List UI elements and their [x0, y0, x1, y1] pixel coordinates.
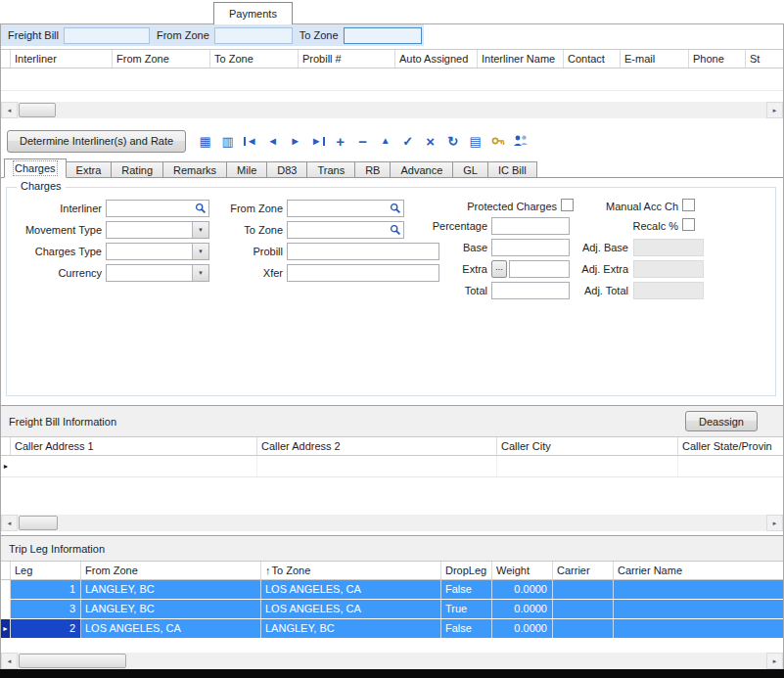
column-header-dropleg[interactable]: DropLeg: [441, 562, 492, 579]
column-header-caller-address-1[interactable]: Caller Address 1: [11, 437, 257, 455]
charges-type-label: Charges Type: [14, 245, 102, 258]
column-header-caller-state[interactable]: Caller State/Provin: [678, 437, 783, 455]
column-header-weight[interactable]: Weight: [492, 562, 553, 579]
key-icon[interactable]: [487, 131, 508, 151]
column-header-interliner-name[interactable]: Interliner Name: [478, 50, 564, 68]
adj-base-label: Adj. Base: [540, 241, 628, 254]
scroll-left-button[interactable]: ◄: [1, 515, 18, 531]
column-header-interliner[interactable]: Interliner: [11, 50, 113, 68]
tab-rating[interactable]: Rating: [111, 161, 162, 178]
ledger-icon[interactable]: ▤: [465, 131, 485, 151]
recalc-checkbox[interactable]: [682, 218, 695, 231]
trip-grid-hscrollbar: ◄ ►: [1, 653, 783, 669]
tab-advance[interactable]: Advance: [390, 161, 452, 178]
column-header-probill[interactable]: Probill #: [299, 50, 395, 68]
extra-ellipsis-button[interactable]: ...: [491, 260, 507, 278]
calculator-icon[interactable]: ▦: [195, 131, 215, 151]
trip-leg-row[interactable]: 3 LANGLEY, BC LOS ANGELES, CA True 0.000…: [1, 600, 783, 619]
freight-grid-hscrollbar: ◄ ►: [1, 515, 783, 531]
column-header-contact[interactable]: Contact: [564, 50, 621, 68]
toolbar: Determine Interliner(s) and Rate ▦ ▥ ◄ ◄…: [1, 126, 783, 156]
column-header-phone[interactable]: Phone: [689, 50, 746, 68]
freight-bill-row[interactable]: ►: [1, 456, 783, 477]
refresh-icon[interactable]: ↻: [442, 131, 463, 151]
column-header-email[interactable]: E-mail: [621, 50, 689, 68]
tab-rb[interactable]: RB: [354, 161, 390, 178]
contacts-icon[interactable]: [510, 131, 530, 151]
sort-ascending-icon: ↑: [265, 565, 271, 576]
total-label: Total: [399, 284, 487, 297]
column-header-carrier-name[interactable]: Carrier Name: [614, 562, 783, 579]
tab-extra[interactable]: Extra: [66, 161, 112, 178]
scroll-left-button[interactable]: ◄: [1, 102, 18, 118]
column-header-st[interactable]: St: [746, 50, 783, 68]
from-zone-lookup-field[interactable]: [287, 200, 404, 217]
column-header-from-zone[interactable]: From Zone: [113, 50, 210, 68]
tab-remarks[interactable]: Remarks: [162, 161, 226, 178]
xfer-label: Xfer: [195, 266, 283, 280]
prior-record-icon[interactable]: ◄: [262, 131, 283, 151]
edit-record-icon[interactable]: ▲: [375, 131, 395, 151]
interliner-grid-hscrollbar: ◄ ►: [1, 102, 783, 118]
post-edit-icon[interactable]: ✓: [397, 131, 418, 151]
scroll-thumb[interactable]: [19, 516, 58, 530]
scroll-thumb[interactable]: [19, 654, 126, 668]
trip-grid-header: Leg From Zone ↑To Zone DropLeg Weight Ca…: [1, 561, 783, 580]
scroll-right-button[interactable]: ►: [766, 515, 783, 531]
column-header-auto-assigned[interactable]: Auto Assigned: [395, 50, 478, 68]
manual-acc-ch-checkbox[interactable]: [682, 199, 695, 211]
from-zone-label: From Zone: [195, 202, 283, 215]
to-zone-filter-label: To Zone: [300, 29, 339, 41]
tab-charges[interactable]: Charges: [4, 158, 67, 178]
column-header-caller-city[interactable]: Caller City: [497, 437, 678, 455]
scroll-right-button[interactable]: ►: [766, 653, 783, 669]
base-label: Base: [399, 241, 487, 254]
rate-sheet-icon[interactable]: ▥: [217, 131, 238, 151]
record-navigator: ▦ ▥ ◄ ◄ ► ► + − ▲ ✓ × ↻ ▤: [195, 131, 530, 151]
tab-payments[interactable]: Payments: [213, 2, 293, 24]
tab-mile[interactable]: Mile: [226, 161, 266, 178]
insert-record-icon[interactable]: +: [330, 131, 350, 151]
row-selector-header: [1, 50, 11, 68]
interliner-grid-empty-row[interactable]: [1, 68, 783, 91]
interliner-label: Interliner: [14, 202, 102, 215]
tab-d83[interactable]: D83: [266, 161, 306, 178]
freight-bill-input[interactable]: [64, 27, 150, 44]
tab-payments-label: Payments: [229, 8, 277, 20]
trip-leg-row[interactable]: 1 LANGLEY, BC LOS ANGELES, CA False 0.00…: [1, 580, 783, 600]
tab-trans[interactable]: Trans: [306, 161, 354, 178]
to-zone-lookup-field[interactable]: [287, 221, 404, 239]
column-header-from-zone[interactable]: From Zone: [81, 562, 261, 579]
scroll-left-button[interactable]: ◄: [1, 653, 18, 669]
movement-type-label: Movement Type: [14, 223, 102, 237]
scroll-thumb[interactable]: [19, 103, 56, 117]
deassign-button[interactable]: Deassign: [685, 411, 758, 431]
cancel-edit-icon[interactable]: ×: [420, 131, 440, 151]
column-header-to-zone[interactable]: To Zone: [210, 50, 299, 68]
last-record-icon[interactable]: ►: [307, 131, 328, 151]
from-zone-filter-label: From Zone: [157, 29, 209, 41]
column-header-to-zone[interactable]: ↑To Zone: [261, 562, 441, 579]
column-header-carrier[interactable]: Carrier: [553, 562, 614, 579]
trip-leg-row-current[interactable]: ► 2 LOS ANGELES, CA LANGLEY, BC False 0.…: [1, 619, 783, 639]
manual-acc-ch-label: Manual Acc Ch: [585, 200, 678, 213]
delete-record-icon[interactable]: −: [352, 131, 373, 151]
scroll-right-button[interactable]: ►: [766, 102, 783, 118]
charges-tab-panel: Charges Interliner Movement Type ▼ Charg…: [1, 177, 783, 405]
to-zone-filter-input[interactable]: [344, 27, 422, 44]
tab-ic-bill[interactable]: IC Bill: [487, 161, 537, 178]
column-header-caller-address-2[interactable]: Caller Address 2: [257, 437, 497, 455]
percentage-input[interactable]: [491, 217, 570, 235]
first-record-icon[interactable]: ◄: [240, 131, 260, 151]
charges-group-title: Charges: [17, 180, 66, 192]
adj-extra-readonly: [633, 260, 704, 278]
row-selector-header: [1, 437, 11, 455]
tab-gl[interactable]: GL: [452, 161, 487, 178]
protected-charges-checkbox[interactable]: [561, 199, 574, 211]
determine-interliners-and-rate-button[interactable]: Determine Interliner(s) and Rate: [7, 130, 186, 153]
magnifier-icon: [390, 203, 401, 214]
next-record-icon[interactable]: ►: [285, 131, 305, 151]
column-header-leg[interactable]: Leg: [11, 562, 81, 579]
from-zone-filter-input[interactable]: [214, 27, 293, 44]
adj-extra-label: Adj. Extra: [540, 262, 628, 276]
